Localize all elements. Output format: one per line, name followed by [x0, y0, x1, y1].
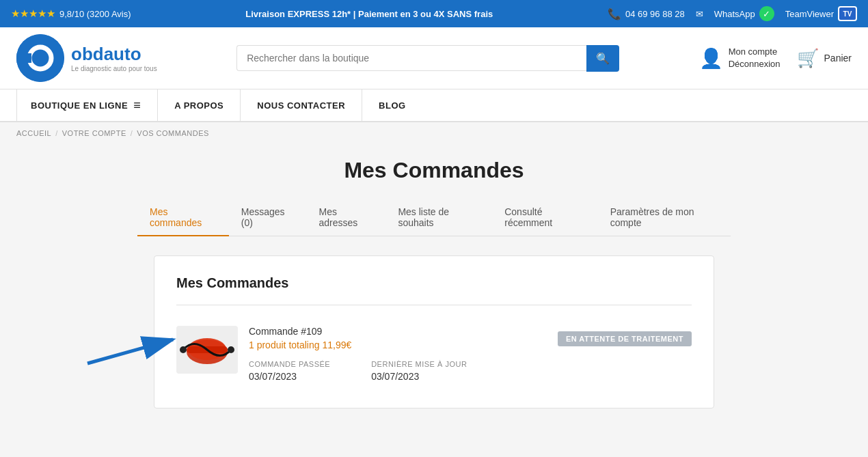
top-bar: ★★★★★ 9,8/10 (3200 Avis) Livraison EXPRE…	[0, 0, 868, 27]
nav-blog-label: BLOG	[379, 100, 406, 111]
logo-text-area: obdauto Le diagnostic auto pour tous	[71, 44, 157, 72]
whatsapp-label: WhatsApp	[714, 9, 755, 19]
teamviewer-item[interactable]: TeamViewer TV	[785, 6, 857, 21]
svg-rect-2	[16, 53, 31, 63]
svg-point-9	[228, 346, 234, 353]
tab-souhaits[interactable]: Mes liste de souhaits	[385, 199, 492, 236]
order-image	[176, 326, 238, 374]
phone-number: 04 69 96 88 28	[625, 9, 685, 19]
order-total: 1 produit totaling 11,99€	[249, 340, 547, 350]
breadcrumb-compte[interactable]: VOTRE COMPTE	[62, 129, 126, 137]
date-placed-value: 03/07/2023	[249, 371, 330, 382]
svg-point-8	[180, 346, 187, 353]
search-button[interactable]: 🔍	[586, 45, 619, 72]
order-status-badge: EN ATTENTE DE TRAITEMENT	[558, 331, 692, 346]
tab-consulte[interactable]: Consulté récemment	[492, 199, 597, 236]
order-number: Commande #109	[249, 326, 547, 337]
nav-boutique[interactable]: BOUTIQUE EN LIGNE ≡	[16, 89, 158, 121]
account-line1: Mon compte	[729, 46, 781, 58]
order-meta: COMMANDE PASSÉE 03/07/2023 DERNIÈRE MISE…	[249, 360, 547, 382]
stars-icon: ★★★★★	[11, 8, 55, 20]
nav-apropos[interactable]: A PROPOS	[158, 89, 241, 121]
header-right: 👤 Mon compte Déconnexion 🛒 Panier	[699, 46, 852, 70]
svg-line-4	[87, 340, 173, 363]
breadcrumb-sep-2: /	[131, 129, 133, 137]
order-item: Commande #109 1 produit totaling 11,99€ …	[176, 319, 692, 389]
order-date-placed: COMMANDE PASSÉE 03/07/2023	[249, 360, 330, 382]
tabs: Mes commandes Messages (0) Mes adresses …	[137, 199, 731, 236]
account-area[interactable]: 👤 Mon compte Déconnexion	[699, 46, 781, 70]
logo-svg	[16, 34, 64, 82]
order-date-updated: DERNIÈRE MISE À JOUR 03/07/2023	[371, 360, 467, 382]
teamviewer-label: TeamViewer	[785, 9, 834, 19]
date-updated-label: DERNIÈRE MISE À JOUR	[371, 360, 467, 368]
cart-area[interactable]: 🛒 Panier	[797, 48, 852, 69]
contact-area: 📞 04 69 96 88 28 ✉ WhatsApp ✓ TeamViewer…	[608, 6, 857, 21]
order-details: Commande #109 1 produit totaling 11,99€ …	[249, 326, 547, 382]
date-updated-value: 03/07/2023	[371, 371, 467, 382]
product-count: 1 produit	[249, 340, 286, 350]
phone-item[interactable]: 📞 04 69 96 88 28	[608, 8, 685, 20]
page-content: Mes Commandes Mes commandes Messages (0)…	[126, 144, 742, 436]
account-line2: Déconnexion	[729, 58, 781, 70]
logo-name: obdauto	[71, 44, 157, 65]
nav-apropos-label: A PROPOS	[174, 100, 223, 111]
tab-messages[interactable]: Messages (0)	[229, 199, 307, 236]
page-title: Mes Commandes	[137, 158, 731, 183]
email-item[interactable]: ✉	[696, 9, 703, 19]
date-placed-label: COMMANDE PASSÉE	[249, 360, 330, 368]
order-item-wrapper: Commande #109 1 produit totaling 11,99€ …	[176, 319, 692, 389]
total-amount: 11,99€	[322, 340, 351, 350]
cart-label: Panier	[824, 53, 852, 64]
orders-box-title: Mes Commandes	[176, 275, 692, 291]
nav-boutique-label: BOUTIQUE EN LIGNE	[31, 100, 128, 111]
breadcrumb: ACCUEIL / VOTRE COMPTE / VOS COMMANDES	[0, 122, 868, 144]
cart-icon: 🛒	[797, 48, 819, 69]
hamburger-icon: ≡	[133, 98, 141, 113]
tab-adresses[interactable]: Mes adresses	[306, 199, 385, 236]
account-icon: 👤	[699, 47, 723, 70]
nav-bar: BOUTIQUE EN LIGNE ≡ A PROPOS NOUS CONTAC…	[0, 89, 868, 122]
search-area: 🔍	[236, 45, 619, 72]
logo-area[interactable]: obdauto Le diagnostic auto pour tous	[16, 34, 157, 82]
search-icon: 🔍	[596, 53, 610, 64]
breadcrumb-accueil[interactable]: ACCUEIL	[16, 129, 51, 137]
whatsapp-item[interactable]: WhatsApp ✓	[714, 6, 774, 21]
breadcrumb-current: VOS COMMANDES	[137, 129, 209, 137]
nav-blog[interactable]: BLOG	[362, 89, 422, 121]
logo-tagline: Le diagnostic auto pour tous	[71, 65, 157, 72]
phone-icon: 📞	[608, 8, 621, 20]
promo-text: Livraison EXPRESS 12h* | Paiement en 3 o…	[245, 9, 493, 19]
header: obdauto Le diagnostic auto pour tous 🔍 👤…	[0, 27, 868, 89]
product-image-svg	[180, 331, 234, 369]
nav-contact[interactable]: NOUS CONTACTER	[241, 89, 362, 121]
rating-text: 9,8/10 (3200 Avis)	[59, 9, 131, 19]
nav-contact-label: NOUS CONTACTER	[257, 100, 345, 111]
tab-parametres[interactable]: Paramètres de mon compte	[598, 199, 731, 236]
promo-message: Livraison EXPRESS 12h* | Paiement en 3 o…	[245, 9, 493, 19]
rating-area: ★★★★★ 9,8/10 (3200 Avis)	[11, 8, 131, 20]
arrow-annotation	[87, 326, 183, 374]
totaling-label: totaling	[288, 340, 322, 350]
tab-mes-commandes[interactable]: Mes commandes	[137, 199, 229, 236]
email-icon: ✉	[696, 9, 703, 19]
search-input[interactable]	[236, 45, 586, 71]
account-text: Mon compte Déconnexion	[729, 46, 781, 70]
breadcrumb-sep-1: /	[55, 129, 58, 137]
logo-icon	[16, 34, 64, 82]
teamviewer-icon: TV	[838, 6, 857, 21]
orders-box: Mes Commandes	[154, 255, 714, 408]
whatsapp-icon: ✓	[759, 6, 774, 21]
orders-divider	[176, 305, 692, 305]
